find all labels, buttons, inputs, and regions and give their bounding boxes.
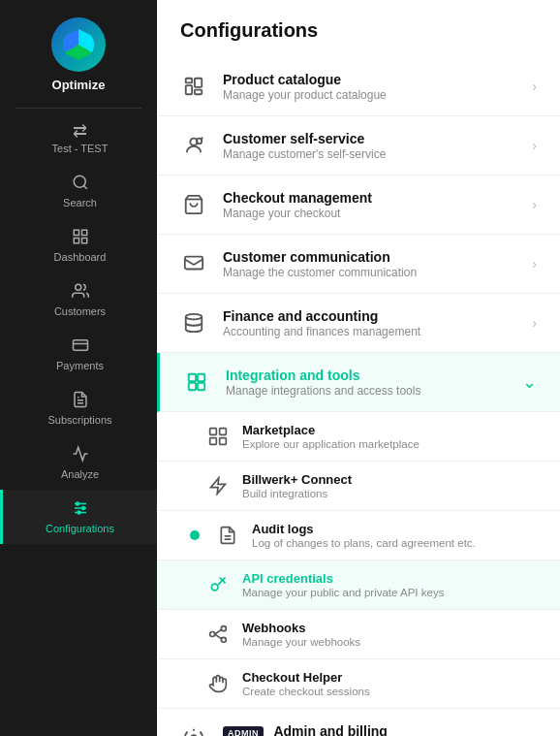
item-text: Checkout Helper Create checkout sessions bbox=[242, 670, 537, 697]
customer-self-service-icon bbox=[176, 128, 211, 163]
analyze-icon bbox=[72, 445, 89, 465]
item-text: ADMIN Admin and billing Manage your acco… bbox=[223, 722, 532, 737]
item-title: Product catalogue bbox=[223, 72, 532, 87]
sidebar-item-analyze[interactable]: Analyze bbox=[0, 435, 157, 490]
svg-line-45 bbox=[215, 629, 222, 634]
item-title: API credentials bbox=[242, 571, 537, 586]
item-text: Checkout management Manage your checkout bbox=[223, 190, 532, 220]
item-title: Admin and billing bbox=[273, 723, 387, 737]
svg-rect-17 bbox=[186, 79, 192, 83]
item-title: Checkout Helper bbox=[242, 670, 537, 685]
svg-rect-33 bbox=[210, 438, 217, 445]
app-name: Optimize bbox=[52, 78, 106, 92]
svg-rect-4 bbox=[81, 239, 86, 243]
chevron-right-icon: › bbox=[532, 197, 537, 212]
sub-item-marketplace[interactable]: Marketplace Explore our application mark… bbox=[157, 412, 560, 462]
item-text: Audit logs Log of changes to plans, card… bbox=[252, 522, 537, 549]
svg-line-41 bbox=[218, 583, 220, 585]
item-subtitle: Manage the customer communication bbox=[223, 266, 532, 279]
sidebar-item-label: Analyze bbox=[61, 468, 99, 480]
item-subtitle: Accounting and finances management bbox=[223, 325, 532, 338]
sidebar-item-label: Test - TEST bbox=[52, 143, 109, 154]
config-item-finance-accounting[interactable]: Finance and accounting Accounting and fi… bbox=[157, 294, 560, 353]
config-item-checkout-management[interactable]: Checkout management Manage your checkout… bbox=[157, 176, 560, 235]
customer-communication-icon bbox=[176, 246, 211, 281]
svg-point-14 bbox=[76, 502, 78, 505]
svg-rect-19 bbox=[195, 79, 202, 87]
sidebar-item-test[interactable]: ⇄ Test - TEST bbox=[0, 112, 157, 164]
svg-rect-25 bbox=[185, 257, 202, 270]
sub-item-audit-logs[interactable]: Audit logs Log of changes to plans, card… bbox=[157, 511, 560, 560]
sidebar-item-dashboard[interactable]: Dashboard bbox=[0, 218, 157, 272]
config-item-integration-tools[interactable]: Integration and tools Manage integration… bbox=[157, 353, 560, 412]
chevron-right-icon: › bbox=[532, 256, 537, 272]
sidebar-item-label: Search bbox=[63, 197, 97, 208]
item-subtitle: Manage integrations and access tools bbox=[226, 384, 522, 398]
admin-billing-icon bbox=[176, 720, 211, 736]
item-title: Checkout management bbox=[223, 190, 532, 206]
configurations-icon bbox=[72, 499, 89, 520]
billwerk-connect-icon bbox=[203, 471, 233, 500]
chevron-right-icon: › bbox=[532, 730, 537, 736]
config-item-customer-communication[interactable]: Customer communication Manage the custom… bbox=[157, 235, 560, 294]
svg-rect-28 bbox=[198, 374, 204, 381]
sidebar-item-search[interactable]: Search bbox=[0, 164, 157, 218]
app-logo bbox=[51, 17, 106, 72]
chevron-down-icon: ⌄ bbox=[522, 371, 537, 393]
sidebar-divider bbox=[16, 108, 141, 109]
config-item-admin-billing[interactable]: ADMIN Admin and billing Manage your acco… bbox=[157, 709, 560, 736]
sub-item-checkout-helper[interactable]: Checkout Helper Create checkout sessions bbox=[157, 659, 560, 709]
item-subtitle: Manage customer's self-service bbox=[223, 147, 532, 161]
chevron-right-icon: › bbox=[532, 79, 537, 94]
svg-point-26 bbox=[186, 314, 202, 320]
chevron-right-icon: › bbox=[532, 315, 537, 331]
sidebar-item-label: Configurations bbox=[46, 523, 114, 534]
item-title: Integration and tools bbox=[226, 368, 522, 383]
item-text: Webhooks Manage your webhooks bbox=[242, 621, 537, 648]
svg-point-43 bbox=[221, 626, 226, 631]
item-text: Billwerk+ Connect Build integrations bbox=[242, 472, 537, 499]
sub-item-webhooks[interactable]: Webhooks Manage your webhooks bbox=[157, 610, 560, 659]
integration-tools-icon bbox=[179, 365, 214, 400]
config-item-product-catalogue[interactable]: Product catalogue Manage your product ca… bbox=[157, 57, 560, 116]
sub-item-billwerk-connect[interactable]: Billwerk+ Connect Build integrations bbox=[157, 462, 560, 511]
svg-rect-2 bbox=[74, 230, 78, 235]
svg-point-38 bbox=[211, 584, 218, 591]
item-text: Marketplace Explore our application mark… bbox=[242, 423, 537, 450]
item-subtitle: Log of changes to plans, card agreement … bbox=[252, 537, 537, 549]
chevron-right-icon: › bbox=[532, 138, 537, 153]
item-title: Webhooks bbox=[242, 621, 537, 635]
svg-line-46 bbox=[215, 634, 222, 639]
audit-logs-icon bbox=[213, 521, 242, 550]
checkout-helper-icon bbox=[203, 669, 233, 698]
item-title: Customer self-service bbox=[223, 131, 532, 146]
search-icon bbox=[72, 174, 89, 194]
customers-icon bbox=[72, 282, 89, 303]
sidebar-item-configurations[interactable]: Configurations bbox=[0, 490, 157, 544]
svg-rect-20 bbox=[195, 90, 202, 95]
item-subtitle: Build integrations bbox=[242, 488, 537, 499]
item-subtitle: Create checkout sessions bbox=[242, 686, 537, 697]
api-credentials-icon bbox=[203, 570, 233, 599]
sidebar-item-subscriptions[interactable]: Subscriptions bbox=[0, 381, 157, 435]
item-text: Product catalogue Manage your product ca… bbox=[223, 72, 532, 102]
svg-point-44 bbox=[221, 637, 226, 642]
svg-point-16 bbox=[78, 511, 80, 514]
dashboard-icon bbox=[72, 228, 89, 248]
payments-icon bbox=[72, 336, 89, 357]
svg-point-15 bbox=[81, 507, 84, 510]
product-catalogue-icon bbox=[176, 69, 211, 104]
sidebar-item-customers[interactable]: Customers bbox=[0, 272, 157, 327]
svg-rect-34 bbox=[220, 438, 227, 445]
item-text: Customer self-service Manage customer's … bbox=[223, 131, 532, 161]
sidebar-item-label: Dashboard bbox=[54, 251, 107, 263]
config-item-customer-self-service[interactable]: Customer self-service Manage customer's … bbox=[157, 116, 560, 176]
config-list: Product catalogue Manage your product ca… bbox=[157, 57, 560, 736]
sub-item-api-credentials[interactable]: ▶ API credentials Manage your public and… bbox=[157, 560, 560, 610]
finance-accounting-icon bbox=[176, 305, 211, 340]
item-text: Finance and accounting Accounting and fi… bbox=[223, 308, 532, 338]
svg-rect-32 bbox=[220, 429, 227, 435]
sidebar-item-label: Payments bbox=[56, 360, 104, 371]
sidebar-item-payments[interactable]: Payments bbox=[0, 327, 157, 381]
item-text: API credentials Manage your public and p… bbox=[242, 571, 537, 598]
